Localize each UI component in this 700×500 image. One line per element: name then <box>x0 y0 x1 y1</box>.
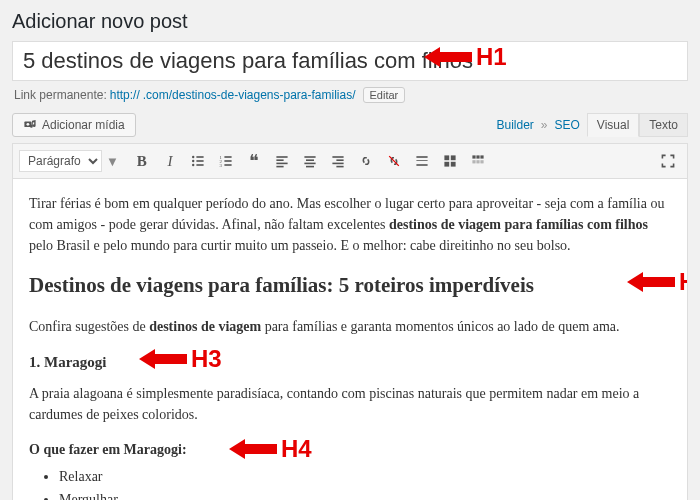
svg-rect-7 <box>196 164 203 166</box>
svg-rect-27 <box>416 156 427 158</box>
svg-rect-16 <box>276 163 287 165</box>
bold-button[interactable]: B <box>129 148 155 174</box>
svg-rect-28 <box>416 160 427 161</box>
insert-more-button[interactable] <box>409 148 435 174</box>
page-title: Adicionar novo post <box>12 10 688 33</box>
svg-rect-11 <box>224 160 231 162</box>
post-title-input[interactable] <box>12 41 688 81</box>
add-media-button[interactable]: Adicionar mídia <box>12 113 136 137</box>
svg-rect-32 <box>444 162 449 167</box>
heading-3: 1. Maragogi <box>29 354 106 370</box>
svg-rect-38 <box>476 160 479 163</box>
heading-4: O que fazer em Maragogi: <box>29 442 187 457</box>
tab-texto[interactable]: Texto <box>639 113 688 137</box>
annotation-h3: H3 <box>191 341 222 377</box>
svg-rect-3 <box>196 156 203 158</box>
align-left-button[interactable] <box>269 148 295 174</box>
list-item: Mergulhar <box>59 489 671 500</box>
svg-rect-13 <box>224 164 231 166</box>
heading-2: Destinos de viagens para famílias: 5 rot… <box>29 273 534 297</box>
svg-rect-30 <box>444 155 449 160</box>
svg-rect-5 <box>196 160 203 162</box>
tab-seo[interactable]: SEO <box>548 114 587 136</box>
svg-rect-9 <box>224 156 231 158</box>
italic-button[interactable]: I <box>157 148 183 174</box>
svg-rect-31 <box>451 155 456 160</box>
permalink-edit-button[interactable]: Editar <box>363 87 406 103</box>
link-button[interactable] <box>353 148 379 174</box>
arrow-left-icon <box>627 269 675 295</box>
svg-rect-23 <box>336 159 343 161</box>
blockquote-button[interactable]: ❝ <box>241 148 267 174</box>
svg-rect-18 <box>304 156 315 158</box>
svg-rect-36 <box>480 155 483 158</box>
toolbar-toggle-button[interactable] <box>465 148 491 174</box>
arrow-left-icon <box>229 436 277 462</box>
intro-bold: destinos de viagem para famílias com fil… <box>389 217 648 232</box>
svg-rect-29 <box>416 164 427 166</box>
editor-toolbar: Parágrafo ▼ B I 123 ❝ <box>12 143 688 179</box>
svg-rect-14 <box>276 156 287 158</box>
svg-rect-33 <box>451 162 456 167</box>
svg-rect-34 <box>472 155 475 158</box>
tab-visual[interactable]: Visual <box>587 113 639 137</box>
svg-point-2 <box>192 156 194 158</box>
svg-rect-39 <box>480 160 483 163</box>
bullet-list: Relaxar Mergulhar <box>59 466 671 500</box>
annotation-h2: H2 <box>679 264 688 300</box>
svg-point-6 <box>192 164 194 166</box>
editor-tabs: Builder » SEO Visual Texto <box>489 113 688 137</box>
svg-point-1 <box>27 123 30 126</box>
svg-rect-21 <box>306 166 314 168</box>
camera-music-icon <box>23 118 37 132</box>
content-editor[interactable]: Tirar férias é bom em qualquer período d… <box>12 179 688 500</box>
svg-rect-37 <box>472 160 475 163</box>
list-item: Relaxar <box>59 466 671 487</box>
svg-text:3: 3 <box>219 163 222 168</box>
align-right-button[interactable] <box>325 148 351 174</box>
align-center-button[interactable] <box>297 148 323 174</box>
permalink-base-link[interactable]: http:// <box>110 88 140 102</box>
unlink-button[interactable] <box>381 148 407 174</box>
permalink-slug-link[interactable]: .com/destinos-de-viagens-para-familias/ <box>143 88 356 102</box>
svg-rect-35 <box>476 155 479 158</box>
svg-point-4 <box>192 160 194 162</box>
format-select[interactable]: Parágrafo <box>19 150 102 172</box>
svg-rect-15 <box>276 159 283 161</box>
add-media-label: Adicionar mídia <box>42 118 125 132</box>
permalink-row: Link permanente: http:// .com/destinos-d… <box>14 87 688 103</box>
numbered-list-button[interactable]: 123 <box>213 148 239 174</box>
arrow-left-icon <box>139 346 187 372</box>
fullscreen-button[interactable] <box>655 148 681 174</box>
svg-rect-19 <box>306 159 314 161</box>
tab-builder[interactable]: Builder <box>489 114 540 136</box>
svg-rect-24 <box>332 163 343 165</box>
annotation-h4: H4 <box>281 431 312 467</box>
svg-rect-25 <box>336 166 343 168</box>
svg-rect-22 <box>332 156 343 158</box>
bullet-list-button[interactable] <box>185 148 211 174</box>
svg-rect-17 <box>276 166 283 168</box>
paragraph-3: A praia alagoana é simplesmente paradisí… <box>29 383 671 425</box>
svg-rect-20 <box>304 163 315 165</box>
grid-button[interactable] <box>437 148 463 174</box>
